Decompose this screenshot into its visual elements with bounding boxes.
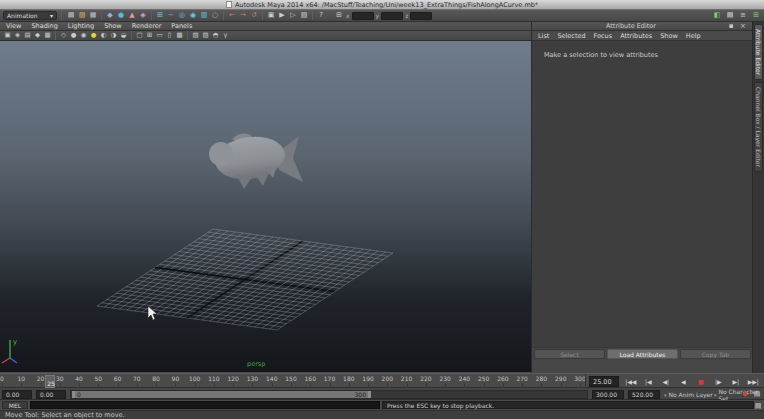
viewport-menu-panels[interactable]: Panels [171,22,192,30]
viewport-menu-lighting[interactable]: Lighting [68,22,94,30]
sidebar-tab-attribute-editor[interactable]: Attribute Editor [754,24,763,80]
ipr-render-button[interactable]: ▷ [288,11,298,21]
anim-layer-selector[interactable]: ▾ No Anim Layer [664,390,713,399]
input-connections-button[interactable]: ← [227,11,237,21]
z-coordinate-field[interactable] [410,12,432,20]
motion-blur-button[interactable]: ◒ [119,31,128,40]
viewport-menu-shading[interactable]: Shading [31,22,57,30]
perspective-viewport[interactable]: y persp [0,41,531,372]
stop-playback-button[interactable]: ■ [692,375,710,388]
select-by-object-button[interactable]: ● [116,11,126,21]
viewport-menu-view[interactable]: View [6,22,21,30]
menu-set-selector[interactable]: Animation ▾ [3,11,57,20]
current-time-field[interactable]: 25.00 [589,376,619,387]
gamma-button[interactable]: γ [221,31,230,40]
image-plane-button[interactable]: ▦ [43,31,52,40]
render-current-frame-button[interactable]: ▶ [277,11,287,21]
film-gate-button[interactable]: ▯ [165,31,174,40]
close-panel-icon[interactable]: × [738,21,748,31]
ae-menu-list[interactable]: List [538,32,549,40]
go-to-playback-end-button[interactable]: ▶▶| [745,375,763,388]
go-to-playback-start-button[interactable]: |◀◀ [622,375,640,388]
camera-attributes-button[interactable]: ▤ [23,31,32,40]
input-field-selector-icon[interactable]: ⊞ [334,11,344,21]
snap-to-grids-button[interactable]: ⊞ [155,11,165,21]
timeline-tick-120: 120 [233,374,234,389]
playback-start-field[interactable]: 0.00 [36,390,66,399]
workspace-toggle[interactable]: ⊞ [751,11,761,21]
render-settings-button[interactable]: ▧ [299,11,309,21]
exposure-button[interactable]: ◓ [211,31,220,40]
show-attribute-editor-toggle[interactable]: ◧ [712,11,722,21]
copy-tab-button[interactable]: Copy Tab [680,349,751,359]
ae-menu-attributes[interactable]: Attributes [620,32,652,40]
wireframe-mode-button[interactable]: ◇ [59,31,68,40]
shadows-button[interactable]: ◐ [99,31,108,40]
select-by-hierarchy-button[interactable]: ◆ [105,11,115,21]
gate-mask-button[interactable]: ▩ [175,31,184,40]
snap-to-view-planes-button[interactable]: ▥ [199,11,209,21]
show-channel-box-toggle[interactable]: ≡ [738,11,748,21]
auto-keyframe-toggle[interactable]: ◆ [740,389,750,399]
range-slider-bar[interactable]: 0 300 [72,391,371,398]
sidebar-tab-channel-box-layer-editor[interactable]: Channel Box / Layer Editor [754,82,763,172]
shaded-mode-button[interactable]: ● [69,31,78,40]
y-coordinate-field[interactable] [381,12,403,20]
animation-preferences-button[interactable]: ▤ [752,389,762,399]
timeline[interactable]: 25 0102030405060708090100110120130140150… [0,374,586,389]
select-by-component-button[interactable]: ▲ [127,11,137,21]
use-all-lights-button[interactable]: ● [89,31,98,40]
step-forward-one-key-button[interactable]: |▶ [710,375,728,388]
window-titlebar[interactable]: Autodesk Maya 2014 x64: /MacStuff/Teachi… [0,0,764,10]
animation-end-field[interactable]: 520.00 [628,390,660,399]
play-backwards-button[interactable]: ◀ [675,375,693,388]
step-back-one-key-button[interactable]: ◀| [657,375,675,388]
ae-menu-show[interactable]: Show [660,32,678,40]
lock-selection-button[interactable]: ◈ [138,11,148,21]
open-render-view-button[interactable]: ▣ [266,11,276,21]
step-back-one-frame-button[interactable]: |◀ [640,375,658,388]
isolate-select-button[interactable]: ▢ [135,31,144,40]
step-forward-one-frame-button[interactable]: ▶| [727,375,745,388]
pin-panel-icon[interactable]: ▪ [726,21,736,31]
mel-language-button[interactable]: MEL [2,401,28,409]
save-scene-button[interactable]: ▦ [88,11,98,21]
textured-mode-button[interactable]: ◉ [79,31,88,40]
construction-history-button[interactable]: ↺ [249,11,259,21]
animation-start-field[interactable]: 0.00 [2,390,32,399]
timeline-tick-140: 140 [272,374,273,389]
new-scene-button[interactable]: ▤ [66,11,76,21]
ae-menu-selected[interactable]: Selected [557,32,585,40]
show-tool-settings-toggle[interactable]: ▤ [725,11,735,21]
viewport-menu-renderer[interactable]: Renderer [132,22,162,30]
select-button[interactable]: Select [534,349,605,359]
command-input-field[interactable] [30,401,380,409]
xray-button[interactable]: ▧ [191,31,200,40]
playback-end-field[interactable]: 300.00 [592,390,624,399]
fish-model[interactable] [209,132,303,189]
timeline-playhead[interactable]: 25 [45,375,55,388]
attribute-editor-titlebar[interactable]: Attribute Editor ▪× [532,22,752,31]
load-attributes-button[interactable]: Load Attributes [607,349,678,359]
make-object-live-button[interactable]: ○ [210,11,220,21]
lock-camera-button[interactable]: ◈ [13,31,22,40]
range-slider-track[interactable]: 0 300 [70,390,588,399]
output-connections-button[interactable]: → [238,11,248,21]
screen-space-ao-button[interactable]: ◑ [109,31,118,40]
bookmarks-button[interactable]: ◆ [33,31,42,40]
snap-to-projected-center-button[interactable]: ◉ [188,11,198,21]
x-coordinate-field[interactable] [352,12,374,20]
resolution-gate-button[interactable]: ▭ [155,31,164,40]
viewport-menu-show[interactable]: Show [104,22,122,30]
xray-joints-button[interactable]: ▨ [201,31,210,40]
attribute-editor-menubar: ListSelectedFocusAttributesShowHelp [532,31,752,41]
help-button[interactable]: ? [316,11,326,21]
open-scene-button[interactable]: ▨ [77,11,87,21]
snap-to-curves-button[interactable]: ~ [166,11,176,21]
select-camera-button[interactable]: ▣ [3,31,12,40]
ae-menu-focus[interactable]: Focus [594,32,613,40]
snap-to-points-button[interactable]: ◎ [177,11,187,21]
ae-menu-help[interactable]: Help [686,32,701,40]
command-result-field[interactable]: Press the ESC key to stop playback. [382,401,754,409]
field-chart-button[interactable]: ⊞ [145,31,154,40]
